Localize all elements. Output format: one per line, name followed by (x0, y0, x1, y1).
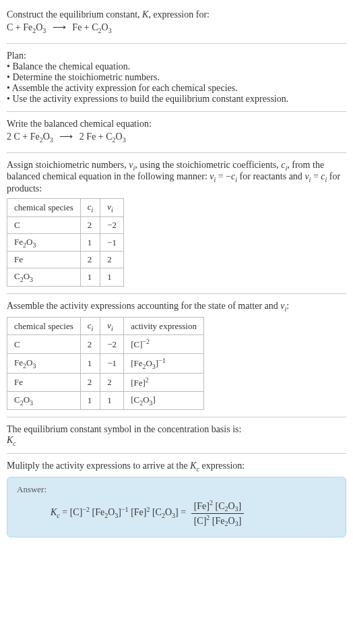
text: Assemble the activity expressions accoun… (7, 301, 280, 311)
text: O (26, 237, 32, 247)
cell-species: Fe2O3 (7, 353, 81, 373)
cell-nui: −2 (100, 216, 124, 233)
text: : (286, 301, 289, 311)
subscript: 3 (30, 399, 33, 407)
text: O (116, 131, 123, 142)
table-row: C2O3 1 1 [C2O3] (7, 391, 204, 409)
table-row: C 2 −2 (7, 216, 124, 233)
cell-ci: 1 (80, 391, 100, 409)
plan-bullet-4: • Use the activity expressions to build … (7, 94, 346, 105)
denominator: [C]2 [Fe2O3] (191, 514, 245, 527)
text: [C] (194, 515, 207, 525)
fraction: [Fe]2 [C2O3] [C]2 [Fe2O3] (191, 499, 245, 527)
cell-species: Fe (7, 373, 81, 391)
text: ] (238, 501, 242, 511)
text: O (43, 131, 50, 142)
cell-nui: −1 (100, 353, 124, 373)
text: O (143, 394, 149, 405)
basis-text: The equilibrium constant symbol in the c… (7, 424, 346, 435)
text: Assign stoichiometric numbers, (7, 160, 129, 170)
table-row: C 2 −2 [C]−2 (7, 335, 204, 353)
text: O (24, 271, 30, 281)
text: 2 C + Fe (7, 131, 40, 142)
k-symbol: K (190, 461, 196, 471)
text: Fe (14, 237, 23, 247)
activity-title: Assemble the activity expressions accoun… (7, 301, 346, 313)
text: O (165, 507, 172, 517)
text: Mulitply the activity expressions to arr… (7, 461, 190, 471)
k-symbol: K (51, 507, 57, 517)
text: O (228, 501, 234, 511)
col-activity: activity expression (124, 317, 204, 335)
basis-section: The equilibrium constant symbol in the c… (7, 420, 346, 451)
col-ci: ci (80, 199, 100, 217)
cell-ci: 1 (80, 268, 100, 287)
text: O (228, 515, 235, 525)
subscript: 3 (32, 361, 36, 369)
text: O (146, 358, 152, 368)
table-row: Fe2O3 1 −1 (7, 233, 124, 252)
plan-bullet-2: • Determine the stoichiometric numbers. (7, 72, 346, 83)
problem-line1: Construct the equilibrium constant, K, e… (7, 9, 346, 20)
reaction-arrow: ⟶ (55, 131, 77, 142)
table-row: Fe 2 2 [Fe]2 (7, 373, 204, 391)
subscript: 3 (30, 276, 33, 283)
divider (7, 43, 346, 44)
k-symbol: K (7, 435, 13, 445)
superscript: −1 (158, 357, 166, 364)
answer-box: Answer: Kc = [C]−2 [Fe2O3]−1 [Fe]2 [C2O3… (7, 477, 346, 537)
products: Fe + C2O3 (72, 22, 111, 32)
cell-nui: 1 (100, 391, 124, 409)
divider (7, 293, 346, 294)
unbalanced-equation: C + Fe2O3 ⟶ Fe + C2O3 (7, 20, 346, 36)
subscript: i (92, 324, 94, 332)
activity-table: chemical species ci νi activity expressi… (7, 317, 204, 410)
subscript: i (111, 324, 113, 332)
text: = − (216, 171, 231, 181)
cell-activity: [Fe]2 (124, 373, 204, 391)
table-row: Fe2O3 1 −1 [Fe2O3]−1 (7, 353, 204, 373)
text: C (14, 394, 20, 405)
table-row: Fe 2 2 (7, 252, 124, 268)
divider (7, 111, 346, 112)
balanced-section: Write the balanced chemical equation: 2 … (7, 115, 346, 150)
col-ci: ci (80, 317, 100, 335)
text: [C] (131, 340, 142, 350)
text: = (181, 507, 188, 517)
cell-ci: 2 (80, 216, 100, 233)
superscript: −2 (82, 506, 90, 513)
text: [C (213, 501, 225, 511)
stoichiometry-table: chemical species ci νi C 2 −2 Fe2O3 1 −1… (7, 198, 124, 287)
divider (7, 152, 346, 153)
k-symbol: K (142, 9, 148, 20)
text: C + Fe (7, 22, 32, 32)
text: , expression for: (148, 9, 210, 20)
subscript: 3 (42, 27, 46, 34)
table-row: C2O3 1 1 (7, 268, 124, 287)
text: [Fe (131, 358, 142, 368)
reaction-arrow: ⟶ (49, 22, 70, 32)
text: Construct the equilibrium constant, (7, 9, 142, 20)
activity-section: Assemble the activity expressions accoun… (7, 297, 346, 414)
text: [Fe] (129, 507, 147, 517)
table-header-row: chemical species ci νi (7, 199, 124, 217)
text: O (36, 22, 42, 32)
numerator: [Fe]2 [C2O3] (191, 499, 245, 513)
plan-title: Plan: (7, 51, 346, 61)
text: O (102, 22, 108, 32)
col-nui: νi (100, 317, 124, 335)
superscript: 2 (146, 376, 149, 384)
text: [Fe] (131, 378, 146, 388)
text: [C (131, 394, 139, 405)
text: 2 Fe + C (79, 131, 113, 142)
cell-species: C (7, 216, 81, 233)
answer-equation: Kc = [C]−2 [Fe2O3]−1 [Fe]2 [C2O3] = [Fe]… (17, 499, 336, 527)
text: [C] (70, 507, 83, 517)
text: Fe (14, 357, 23, 368)
divider (7, 417, 346, 417)
subscript: 3 (32, 241, 36, 248)
cell-activity: [C]−2 (124, 335, 204, 353)
balanced-equation: 2 C + Fe2O3 ⟶ 2 Fe + C2O3 (7, 129, 346, 146)
col-nui: νi (100, 199, 124, 217)
cell-ci: 2 (80, 252, 100, 268)
